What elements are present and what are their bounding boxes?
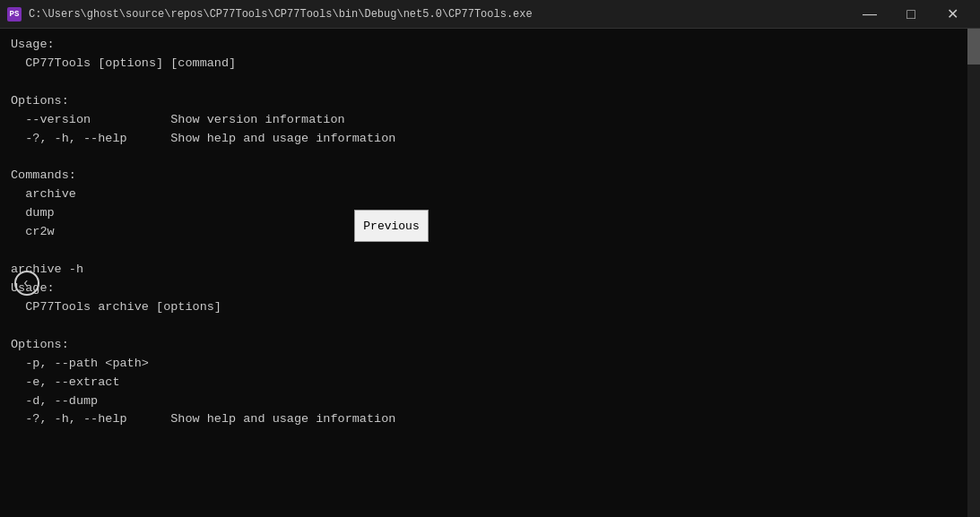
previous-button[interactable]: Previous bbox=[354, 210, 429, 242]
window-controls: — □ ✕ bbox=[849, 0, 973, 29]
minimize-button[interactable]: — bbox=[849, 0, 890, 29]
close-button[interactable]: ✕ bbox=[932, 0, 973, 29]
maximize-button[interactable]: □ bbox=[890, 0, 932, 29]
terminal-window: PS C:\Users\ghost\source\repos\CP77Tools… bbox=[0, 0, 980, 517]
content-area: Usage: CP77Tools [options] [command] Opt… bbox=[0, 29, 980, 517]
chevron-left-icon: ‹ bbox=[22, 277, 30, 289]
title-bar: PS C:\Users\ghost\source\repos\CP77Tools… bbox=[0, 0, 980, 29]
window-title: C:\Users\ghost\source\repos\CP77Tools\CP… bbox=[29, 8, 849, 21]
scrollbar-thumb[interactable] bbox=[967, 29, 980, 65]
app-icon: PS bbox=[7, 7, 22, 22]
back-chevron-button[interactable]: ‹ bbox=[14, 271, 39, 296]
scrollbar[interactable] bbox=[967, 29, 980, 517]
terminal-output: Usage: CP77Tools [options] [command] Opt… bbox=[0, 29, 967, 517]
terminal-text: Usage: CP77Tools [options] [command] Opt… bbox=[11, 36, 957, 429]
